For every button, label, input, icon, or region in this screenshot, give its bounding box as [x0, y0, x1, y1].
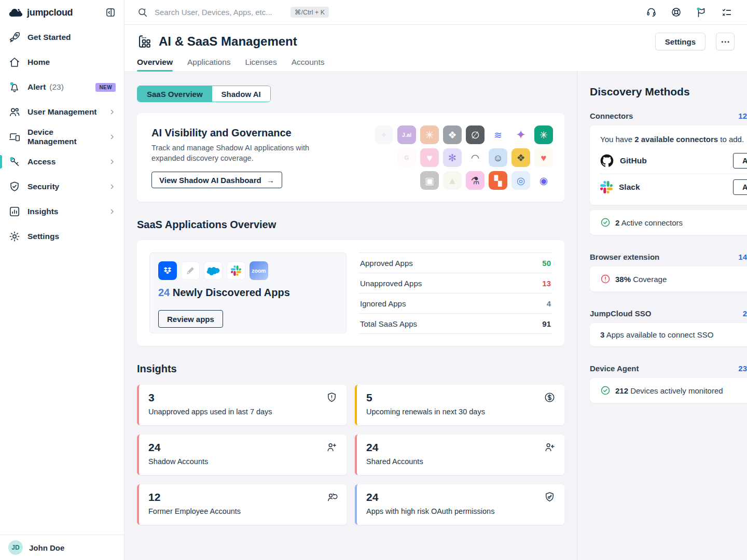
stat-value: 91	[542, 319, 551, 328]
shield-alert-icon	[326, 391, 338, 403]
discovered-app-icons: zoom	[158, 261, 338, 280]
jai-icon: J.ai	[397, 125, 416, 144]
faded-triangle-icon: ▲	[443, 171, 462, 190]
tab-applications[interactable]: Applications	[187, 58, 231, 72]
ai-search-icon	[137, 7, 148, 18]
whats-new-flag-button[interactable]	[696, 7, 707, 18]
support-headset-button[interactable]	[646, 7, 657, 18]
toggle-shadow-ai[interactable]: Shadow AI	[212, 86, 270, 102]
discovery-methods-title: Discovery Methods	[590, 86, 747, 98]
user-plus-icon	[326, 441, 338, 453]
tasks-checklist-button[interactable]	[721, 7, 732, 18]
jumpcloud-logo-icon	[8, 8, 23, 17]
add-slack-connector-button[interactable]: Add	[733, 179, 747, 195]
devices-icon	[8, 131, 21, 143]
jumpcloud-sso-count-link[interactable]: 2	[743, 309, 747, 318]
connectors-heading: Connectors	[590, 111, 633, 120]
dropbox-icon	[158, 261, 177, 280]
connectors-count-link[interactable]: 12	[738, 111, 747, 120]
stat-approved-apps: Approved Apps50	[359, 253, 552, 273]
search-input[interactable]	[155, 8, 284, 17]
slack-icon	[227, 261, 245, 280]
insights-title: Insights	[137, 363, 564, 375]
stat-value: 13	[542, 279, 551, 288]
stat-ignored-apps: Ignored Apps4	[359, 293, 552, 314]
insight-upcoming-renewals[interactable]: 5 Upcoming renewals in next 30 days	[355, 385, 564, 425]
chevron-right-icon	[108, 108, 116, 116]
browser-extension-heading: Browser extension	[590, 253, 659, 261]
connectors-card: You have 2 available connectors to add. …	[590, 125, 747, 205]
saas-stats-list: Approved Apps50 Unapproved Apps13 Ignore…	[359, 253, 552, 333]
view-shadow-ai-dashboard-button[interactable]: View Shadow AI Dashboard →	[151, 172, 282, 188]
page-settings-button[interactable]: Settings	[655, 33, 706, 50]
active-connectors-card: 2 Active connectors	[590, 210, 747, 235]
logo-row: jumpcloud	[0, 0, 124, 25]
dollar-circle-icon	[544, 391, 556, 403]
heart-ai-icon: ♥	[420, 148, 439, 167]
sidebar-item-get-started[interactable]: Get Started	[0, 25, 124, 50]
sidebar-item-home[interactable]: Home	[0, 50, 124, 75]
main-content: SaaS Overview Shadow AI AI Visibility an…	[137, 71, 564, 525]
device-agent-heading-row: Device Agent 23	[590, 364, 747, 373]
review-apps-button[interactable]: Review apps	[158, 310, 223, 328]
bell-icon	[8, 81, 21, 93]
shield-key-icon	[544, 491, 556, 503]
sidebar-collapse-button[interactable]	[104, 6, 117, 19]
insight-shared-accounts[interactable]: 24 Shared Accounts	[355, 435, 564, 475]
gradient-heart-icon: ♥	[534, 148, 553, 167]
compass-ai-icon: ∅	[466, 125, 485, 144]
face-ai-icon: ◉	[534, 171, 553, 190]
slack-icon	[600, 181, 613, 193]
insight-unapproved-apps[interactable]: 3 Unapproved apps used in last 7 days	[137, 385, 347, 425]
sidebar-item-label: Access	[27, 157, 56, 166]
arrow-right-icon: →	[267, 176, 274, 185]
alert-circle-icon	[600, 274, 611, 284]
connectors-heading-row: Connectors 12	[590, 111, 747, 120]
browser-extension-card: 38% Coverage	[590, 267, 747, 291]
sidebar-item-access[interactable]: Access	[0, 149, 124, 174]
device-agent-count-link[interactable]: 23	[738, 364, 747, 373]
stat-total-saas-apps: Total SaaS Apps91	[359, 314, 552, 334]
tab-accounts[interactable]: Accounts	[292, 58, 325, 72]
sidebar-item-label: Insights	[27, 207, 58, 216]
pen-app-icon	[181, 261, 200, 280]
sidebar-item-insights[interactable]: Insights	[0, 199, 124, 224]
discovered-apps-headline: 24 Newly Discovered Apps	[158, 287, 338, 299]
more-options-button[interactable]: ⋯	[716, 33, 735, 50]
tab-licenses[interactable]: Licenses	[245, 58, 277, 72]
home-icon	[8, 56, 21, 68]
gemini-icon: ✦	[511, 125, 530, 144]
topbar: ⌘/Ctrl + K	[125, 0, 747, 25]
ai-card-description: Track and manage Shadow AI applications …	[151, 143, 323, 163]
add-github-connector-button[interactable]: Add	[733, 153, 747, 169]
user-name: John Doe	[29, 543, 64, 552]
browser-extension-heading-row: Browser extension 14	[590, 253, 747, 261]
sidebar-item-user-management[interactable]: User Management	[0, 100, 124, 124]
arcs-ai-icon: ◠	[466, 148, 485, 167]
insight-former-employee-accounts[interactable]: 12 Former Employee Accounts	[137, 484, 347, 525]
ai-app-grid: ✦J.ai✳❖∅≋✦✳G♥✻◠☺❖♥▣▲⚗▚◎◉	[375, 125, 553, 190]
gear-icon	[8, 230, 21, 243]
sidebar-item-device-management[interactable]: Device Management	[0, 124, 124, 149]
sidebar-item-settings[interactable]: Settings	[0, 224, 124, 249]
help-lifebuoy-button[interactable]	[671, 7, 682, 18]
insight-shadow-accounts[interactable]: 24 Shadow Accounts	[137, 435, 347, 475]
topbar-icons	[646, 7, 732, 18]
insight-high-risk-oauth[interactable]: 24 Apps with high risk OAuth permissions	[355, 484, 564, 525]
user-menu[interactable]: JD John Doe	[0, 535, 124, 560]
newly-discovered-panel: zoom 24 Newly Discovered Apps Review app…	[149, 253, 347, 333]
chevron-right-icon	[108, 158, 116, 165]
sso-card: 3 Apps available to connect SSO	[590, 323, 747, 346]
tab-overview[interactable]: Overview	[137, 58, 173, 72]
search-shortcut-hint: ⌘/Ctrl + K	[290, 7, 329, 18]
connector-row-slack: Slack Add	[600, 174, 747, 200]
chevron-right-icon	[108, 183, 116, 190]
bar-chart-icon	[8, 205, 21, 218]
page-tabs: Overview Applications Licenses Accounts	[125, 50, 747, 72]
sidebar-item-security[interactable]: Security	[0, 174, 124, 199]
sidebar-item-alert[interactable]: Alert (23) NEW	[0, 75, 124, 100]
toggle-saas-overview[interactable]: SaaS Overview	[137, 86, 212, 102]
chevron-right-icon	[108, 133, 116, 141]
browser-extension-count-link[interactable]: 14	[738, 253, 747, 261]
check-circle-icon	[600, 385, 611, 396]
